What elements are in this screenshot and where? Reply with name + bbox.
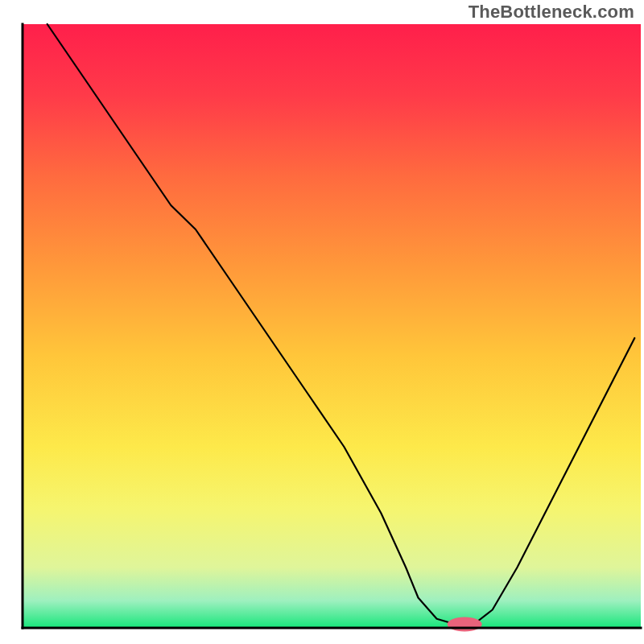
- watermark-text: TheBottleneck.com: [469, 2, 634, 23]
- bottleneck-chart: [0, 0, 644, 644]
- gradient-background: [23, 24, 641, 628]
- optimal-marker: [448, 617, 482, 632]
- plot-area: [23, 24, 641, 632]
